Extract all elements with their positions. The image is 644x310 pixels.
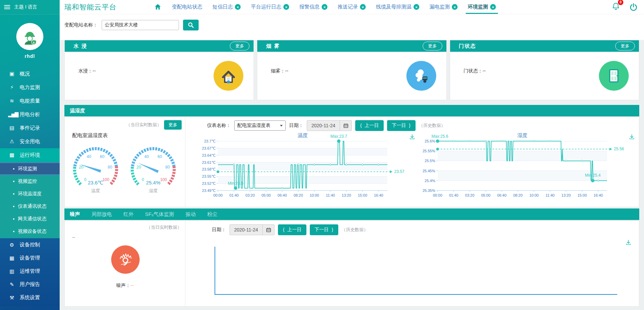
- temperature-gauge-label: 温度: [69, 188, 122, 194]
- bullet-icon: •: [13, 191, 15, 197]
- noise-chart-controls: 日期： 2020-11-24: [185, 221, 639, 235]
- top-nav-item-alarm-info[interactable]: 报警信息×: [299, 0, 327, 14]
- svg-text:11:40: 11:40: [545, 193, 555, 197]
- close-icon[interactable]: ×: [283, 4, 289, 10]
- sidebar-item-power-monitor[interactable]: ⚡电力监测: [0, 81, 60, 94]
- download-icon[interactable]: [629, 134, 635, 141]
- humidity-gauge-value: 25.4%: [127, 180, 179, 185]
- sidebar-item-user-report[interactable]: ✎用户报告: [0, 278, 60, 291]
- sidebar-subitem-env-monitor[interactable]: •环境监测: [0, 162, 60, 175]
- meter-select[interactable]: 配电室温湿度表: [234, 120, 286, 131]
- door-more-button[interactable]: 更多: [615, 42, 635, 50]
- sidebar-subitem-label: 仪表通讯状态: [18, 203, 46, 209]
- date-picker[interactable]: 2020-11-24: [229, 224, 275, 235]
- card-header: 烟 雾 更多: [257, 40, 446, 52]
- calendar-icon[interactable]: [262, 225, 274, 235]
- sidebar-item-ops-mgmt[interactable]: ▥运维管理: [0, 265, 60, 278]
- device-mgmt-icon: ▦: [8, 255, 15, 261]
- noise-sensor-icon: [111, 245, 140, 274]
- gauges-more-button[interactable]: 更多: [164, 120, 182, 130]
- hamburger-menu-icon[interactable]: [4, 5, 10, 9]
- calendar-icon[interactable]: [340, 120, 351, 131]
- svg-text:60: 60: [100, 154, 105, 159]
- page-title: 瑞和智能云平台: [64, 2, 117, 12]
- svg-text:60: 60: [158, 154, 162, 159]
- tab-vibration[interactable]: 振动: [185, 211, 196, 218]
- svg-text:01:40: 01:40: [229, 193, 239, 197]
- notifications-button[interactable]: 0: [611, 2, 620, 12]
- prev-day-button[interactable]: ⟨ 上一日: [278, 224, 306, 235]
- top-nav-item-cable-busbar-temp[interactable]: 线缆及母排测温×: [376, 0, 419, 14]
- topbar: 瑞和智能云平台 变配电站状态短信日志×平台运行日志×报警信息×推送记录×线缆及母…: [60, 0, 644, 14]
- close-icon[interactable]: ×: [235, 4, 241, 10]
- top-nav-item-leakage-monitor[interactable]: 漏电监测×: [429, 0, 458, 14]
- svg-text:13:20: 13:20: [561, 193, 571, 197]
- sidebar-subitem-gateway-comm-status[interactable]: •网关通信状态: [0, 213, 60, 225]
- top-nav-item-platform-run-log[interactable]: 平台运行日志×: [251, 0, 289, 14]
- svg-text:温度: 温度: [298, 132, 308, 138]
- sidebar-item-safe-power[interactable]: ⚠安全用电: [0, 135, 60, 148]
- temperature-gauge: 020406080100 23.6℃ 温度: [69, 142, 122, 194]
- next-day-button[interactable]: 下一日 ⟩: [387, 120, 416, 131]
- tab-dust[interactable]: 粉尘: [207, 211, 217, 218]
- prev-day-button[interactable]: ⟨ 上一日: [355, 120, 384, 131]
- sidebar-item-device-control[interactable]: ⚙设备控制: [0, 238, 60, 251]
- svg-text:11:40: 11:40: [326, 193, 335, 197]
- avatar[interactable]: [16, 23, 43, 50]
- smoke-more-button[interactable]: 更多: [423, 42, 442, 50]
- search-button[interactable]: [183, 20, 199, 30]
- temperature-chart-box: 23.49℃23.52℃23.55℃23.58℃23.61℃23.64℃23.6…: [199, 132, 416, 203]
- tab-sf6-gas[interactable]: SF₆气体监测: [145, 211, 174, 218]
- chevron-left-icon: ⟨: [360, 123, 362, 129]
- date-value: 2020-11-24: [307, 123, 340, 128]
- close-icon[interactable]: ×: [414, 4, 419, 10]
- bullet-icon: •: [13, 204, 15, 209]
- tab-noise[interactable]: 噪声: [70, 211, 80, 218]
- tab-partial-discharge[interactable]: 局部放电: [92, 211, 112, 218]
- sidebar-subitem-video-device-status[interactable]: •视频设备状态: [0, 225, 60, 238]
- download-icon[interactable]: [625, 239, 631, 247]
- top-nav-item-env-monitor[interactable]: 环境监测×: [468, 0, 496, 14]
- svg-text:13:20: 13:20: [342, 193, 351, 197]
- date-label: 日期：: [212, 227, 226, 233]
- noise-realtime-column: （当日实时数据） -- 噪声：--: [65, 221, 185, 306]
- sidebar-item-event-records[interactable]: ▤事件记录: [0, 121, 60, 135]
- date-picker[interactable]: 2020-11-24: [307, 120, 352, 131]
- download-icon[interactable]: [409, 134, 415, 141]
- water-sensor-icon: [214, 61, 243, 91]
- close-icon[interactable]: ×: [360, 4, 366, 10]
- sidebar-item-label: 设备控制: [20, 242, 40, 248]
- sidebar-item-overview[interactable]: ▣概况: [0, 67, 60, 81]
- sidebar-item-runtime-env[interactable]: ▩运行环境: [0, 148, 60, 162]
- close-icon[interactable]: ×: [452, 4, 458, 10]
- sidebar-item-label: 安全用电: [20, 138, 40, 145]
- sidebar-item-power-quality[interactable]: ≋电能质量: [0, 94, 60, 108]
- theme-language-switch[interactable]: 主题 I 语言: [14, 4, 37, 10]
- device-control-icon: ⚙: [8, 242, 15, 248]
- charts-row: 23.49℃23.52℃23.55℃23.58℃23.61℃23.64℃23.6…: [185, 132, 639, 207]
- sidebar-subitem-env-temp-humidity[interactable]: •环境温湿度: [0, 187, 60, 200]
- sidebar-item-system-settings[interactable]: ⚒系统设置: [0, 291, 60, 304]
- substation-name-input[interactable]: [102, 20, 179, 30]
- sidebar-subitem-meter-comm-status[interactable]: •仪表通讯状态: [0, 200, 60, 213]
- top-nav-label: 漏电监测: [429, 4, 450, 10]
- bullet-icon: •: [13, 166, 15, 172]
- power-icon[interactable]: [629, 3, 638, 12]
- top-nav-item-substation-status[interactable]: 变配电站状态: [172, 0, 202, 14]
- sidebar-item-device-mgmt[interactable]: ▦设备管理: [0, 251, 60, 265]
- top-nav-item-push-records[interactable]: 推送记录×: [338, 0, 366, 14]
- close-icon[interactable]: ×: [490, 4, 496, 10]
- close-icon[interactable]: ×: [322, 4, 327, 10]
- top-nav-item-sms-log[interactable]: 短信日志×: [213, 0, 241, 14]
- door-sensor-icon: [599, 61, 629, 91]
- next-day-button[interactable]: 下一日 ⟩: [310, 224, 338, 235]
- substation-search-row: 变配电站名称：: [64, 20, 199, 30]
- sidebar-item-usage-analysis[interactable]: ▂▅▇用电分析: [0, 108, 60, 121]
- sidebar-subitem-video-monitor[interactable]: •视频监控: [0, 175, 60, 187]
- chart-controls: 仪表名称： 配电室温湿度表 日期： 2020-11-24: [185, 117, 639, 131]
- water-more-button[interactable]: 更多: [230, 42, 249, 50]
- tab-infrared[interactable]: 红外: [123, 211, 134, 218]
- home-icon[interactable]: [154, 3, 162, 11]
- search-icon: [187, 22, 194, 28]
- svg-text:08:20: 08:20: [513, 193, 523, 197]
